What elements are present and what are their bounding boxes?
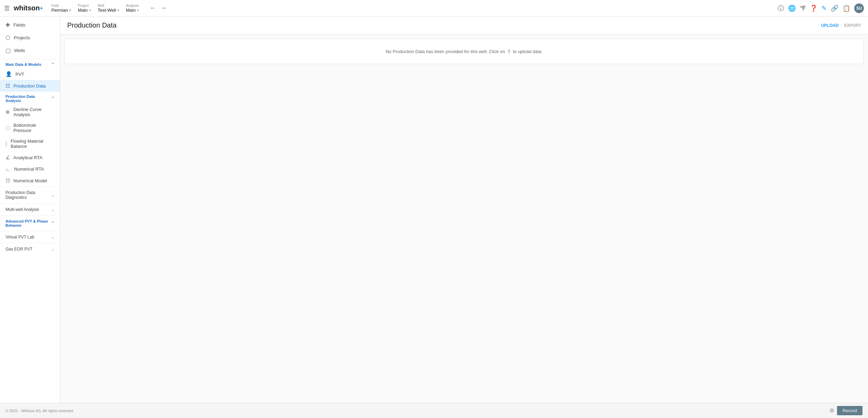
- well-selector[interactable]: Well Test-Well ▾: [98, 4, 119, 13]
- field-selector[interactable]: Field Permian ▾: [51, 4, 71, 13]
- sidebar-item-decline-curve-label: Decline Curve Analysis: [13, 107, 54, 117]
- production-analysis-chevron-icon: ⌃: [51, 96, 54, 101]
- sidebar-item-bottomhole-pressure[interactable]: ◌ Bottomhole Pressure: [0, 120, 60, 136]
- sidebar-item-pvt[interactable]: 👤 PVT: [0, 68, 60, 80]
- project-select[interactable]: Main ▾: [78, 8, 91, 13]
- page-header: Production Data UPLOAD EXPORT: [60, 17, 868, 34]
- sidebar-section-diagnostics-label: Production Data Diagnostics: [6, 190, 51, 200]
- well-label: Well: [98, 4, 119, 8]
- wells-icon: ▢: [6, 47, 11, 54]
- production-data-icon: ☷: [6, 83, 10, 89]
- virtual-pvt-chevron-icon: ⌄: [51, 235, 54, 239]
- menu-icon[interactable]: ☰: [4, 4, 10, 12]
- sidebar-item-fields-label: Fields: [13, 22, 25, 28]
- footer: © 2022 - Whitson AS. All rights reserved…: [0, 403, 868, 418]
- advanced-pvt-chevron-icon: ⌃: [51, 221, 54, 226]
- nav-back-button[interactable]: ←: [148, 3, 157, 13]
- project-value: Main: [78, 8, 87, 13]
- analysis-label: Analysis: [126, 4, 139, 8]
- sidebar-item-production-data-label: Production Data: [13, 83, 45, 89]
- topbar-actions: ⓘ 🌐 ℉ ❓ ✎ 🔗 📋 SU: [778, 3, 864, 13]
- temperature-icon[interactable]: ℉: [800, 4, 806, 12]
- topbar: ☰ whitson+ Field Permian ▾ Project Main …: [0, 0, 868, 17]
- sidebar-item-production-data[interactable]: ☷ Production Data: [0, 80, 60, 92]
- copy-icon[interactable]: 📋: [843, 4, 850, 12]
- analysis-value: Main: [126, 8, 136, 13]
- sidebar-section-advanced-pvt[interactable]: Advanced PVT & Phase Behavior ⌃: [0, 215, 60, 231]
- sidebar-item-decline-curve[interactable]: ⊕ Decline Curve Analysis: [0, 104, 60, 120]
- sidebar-item-wells[interactable]: ▢ Wells: [0, 44, 60, 57]
- field-select[interactable]: Permian ▾: [51, 8, 71, 13]
- analysis-chevron-icon: ▾: [137, 8, 139, 12]
- field-chevron-icon: ▾: [69, 8, 71, 12]
- sidebar-item-numerical-rta[interactable]: ∟ Numerical RTA: [0, 163, 60, 175]
- sidebar-item-numerical-rta-label: Numerical RTA: [14, 166, 44, 172]
- sidebar-item-fields[interactable]: ✚ Fields: [0, 19, 60, 31]
- project-label: Project: [78, 4, 91, 8]
- sidebar-item-flowing-material[interactable]: 〈 Flowing Material Balance: [0, 136, 60, 152]
- empty-message-before: No Production Data has been provided for…: [386, 49, 505, 54]
- record-button[interactable]: Record: [837, 406, 862, 415]
- production-analysis-section-header[interactable]: Production Data Analysis ⌃: [0, 92, 60, 104]
- empty-state-card: No Production Data has been provided for…: [64, 39, 864, 64]
- edit-icon[interactable]: ✎: [822, 4, 827, 12]
- project-selector[interactable]: Project Main ▾: [78, 4, 91, 13]
- content-area: No Production Data has been provided for…: [60, 34, 868, 403]
- fields-icon: ✚: [6, 22, 10, 28]
- sidebar-item-pvt-label: PVT: [16, 72, 24, 77]
- project-chevron-icon: ▾: [89, 8, 91, 12]
- main-content: Production Data UPLOAD EXPORT No Product…: [60, 17, 868, 403]
- analysis-select[interactable]: Main ▾: [126, 8, 139, 13]
- upload-icon-inline: ⇧: [507, 49, 511, 54]
- sidebar-section-multiwell[interactable]: Multi-well Analysis ⌄: [0, 203, 60, 215]
- sidebar-section-virtual-pvt[interactable]: Virtual PVT Lab ⌄: [0, 231, 60, 243]
- gas-eor-chevron-icon: ⌄: [51, 247, 54, 252]
- sidebar-item-projects-label: Projects: [14, 35, 30, 40]
- sidebar-section-gas-eor-label: Gas EOR PVT: [6, 247, 32, 252]
- sidebar-section-multiwell-label: Multi-well Analysis: [6, 207, 39, 212]
- help-icon[interactable]: ❓: [810, 4, 817, 12]
- field-label: Field: [51, 4, 71, 8]
- footer-copyright: © 2022 - Whitson AS. All rights reserved: [6, 409, 73, 413]
- empty-message-after: to upload data.: [513, 49, 542, 54]
- production-analysis-section-label: Production Data Analysis: [6, 94, 51, 103]
- pvt-icon: 👤: [6, 71, 12, 77]
- export-button[interactable]: EXPORT: [844, 22, 861, 29]
- nav-forward-button[interactable]: →: [159, 3, 168, 13]
- bottomhole-icon: ◌: [6, 125, 10, 131]
- upload-button[interactable]: UPLOAD: [821, 22, 839, 29]
- analysis-selector[interactable]: Analysis Main ▾: [126, 4, 139, 13]
- globe-icon[interactable]: 🌐: [788, 4, 796, 12]
- diagnostics-chevron-icon: ⌄: [51, 193, 54, 197]
- main-data-section-header[interactable]: Main Data & Models ⌃: [0, 59, 60, 68]
- app-plus: +: [40, 5, 43, 11]
- link-icon[interactable]: 🔗: [831, 4, 838, 12]
- sidebar-item-bottomhole-label: Bottomhole Pressure: [13, 123, 54, 133]
- well-chevron-icon: ▾: [117, 8, 119, 12]
- numerical-model-icon: ☷: [6, 177, 10, 184]
- avatar[interactable]: SU: [854, 3, 864, 13]
- sidebar-item-flowing-material-label: Flowing Material Balance: [11, 139, 54, 149]
- topbar-context: Field Permian ▾ Project Main ▾ Well Test…: [51, 3, 775, 13]
- sidebar: ✚ Fields ⬡ Projects ▢ Wells Main Data & …: [0, 17, 60, 403]
- projects-icon: ⬡: [6, 34, 10, 41]
- numerical-rta-icon: ∟: [6, 166, 11, 172]
- info-icon[interactable]: ⓘ: [778, 4, 784, 12]
- nav-arrows: ← →: [148, 3, 168, 13]
- sidebar-item-wells-label: Wells: [14, 48, 25, 53]
- sidebar-section-diagnostics[interactable]: Production Data Diagnostics ⌄: [0, 186, 60, 203]
- sidebar-section-gas-eor[interactable]: Gas EOR PVT ⌄: [0, 243, 60, 255]
- page-title: Production Data: [67, 21, 116, 29]
- main-data-section-label: Main Data & Models: [6, 62, 41, 67]
- well-select[interactable]: Test-Well ▾: [98, 8, 119, 13]
- sidebar-item-analytical-rta[interactable]: ∠ Analytical RTA: [0, 152, 60, 163]
- app-logo: whitson+: [14, 4, 43, 12]
- footer-settings-icon[interactable]: ⚙: [829, 407, 834, 414]
- sidebar-section-advanced-pvt-label: Advanced PVT & Phase Behavior: [6, 219, 51, 227]
- sidebar-item-numerical-model[interactable]: ☷ Numerical Model: [0, 175, 60, 186]
- sidebar-item-analytical-rta-label: Analytical RTA: [13, 155, 42, 160]
- sidebar-item-projects[interactable]: ⬡ Projects: [0, 31, 60, 44]
- sidebar-section-virtual-pvt-label: Virtual PVT Lab: [6, 235, 34, 239]
- field-value: Permian: [51, 8, 68, 13]
- sidebar-top-nav: ✚ Fields ⬡ Projects ▢ Wells: [0, 17, 60, 59]
